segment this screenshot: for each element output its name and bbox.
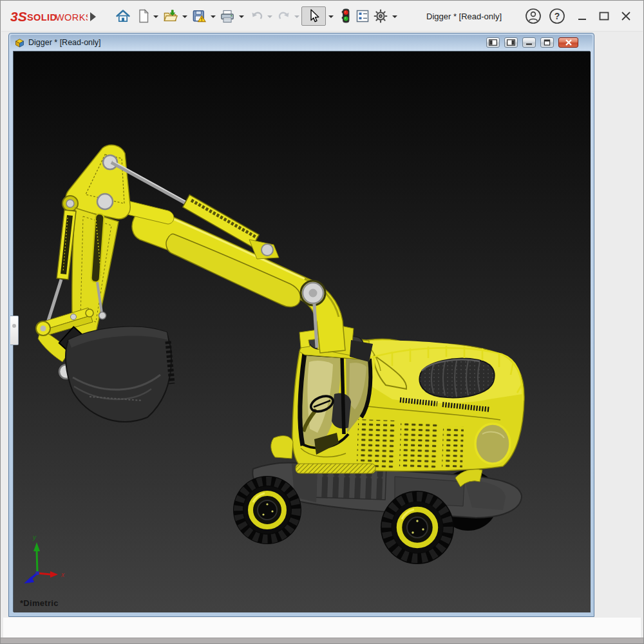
gear-icon bbox=[373, 8, 388, 24]
graphics-viewport[interactable]: x y *Dimetric bbox=[13, 51, 590, 612]
toolbar-flyout-arrow-icon[interactable] bbox=[90, 12, 96, 21]
excavator-model[interactable]: x y bbox=[14, 52, 591, 612]
select-tool-button[interactable] bbox=[301, 6, 326, 26]
maximize-button[interactable] bbox=[595, 8, 613, 24]
save-button[interactable] bbox=[191, 8, 207, 24]
select-cursor-icon bbox=[306, 8, 321, 24]
options-form-button[interactable] bbox=[354, 8, 371, 24]
doc-minimize-button[interactable] bbox=[522, 37, 536, 48]
document-titlebar[interactable]: Digger * [Read-only] bbox=[10, 35, 592, 50]
solidworks-logo[interactable]: 3S SOLID WORKS bbox=[10, 7, 88, 26]
home-button[interactable] bbox=[115, 8, 131, 24]
rebuild-button[interactable] bbox=[337, 8, 354, 24]
print-button[interactable] bbox=[219, 8, 236, 24]
pane-left-button[interactable] bbox=[486, 37, 500, 48]
document-window: Digger * [Read-only] bbox=[8, 33, 594, 617]
options-form-icon bbox=[355, 8, 370, 24]
side-step bbox=[296, 464, 375, 473]
part-document-icon bbox=[14, 37, 25, 48]
view-orientation-label: *Dimetric bbox=[20, 598, 59, 608]
statusbar-area bbox=[3, 618, 641, 638]
svg-text:?: ? bbox=[554, 11, 560, 21]
minimize-icon bbox=[577, 11, 587, 21]
traffic-light-icon bbox=[338, 8, 354, 24]
redo-button[interactable] bbox=[276, 8, 292, 24]
window-title: Digger * [Read-only] bbox=[426, 12, 502, 21]
doc-close-button[interactable] bbox=[558, 37, 578, 48]
logo-works-text: WORKS bbox=[55, 12, 88, 23]
redo-icon bbox=[276, 8, 292, 24]
new-document-button[interactable] bbox=[135, 8, 152, 24]
open-icon bbox=[163, 8, 178, 24]
close-icon bbox=[620, 10, 632, 22]
select-tool-dropdown[interactable] bbox=[328, 15, 334, 19]
triad-y-label: y bbox=[32, 534, 37, 541]
pane-left-icon bbox=[489, 39, 497, 46]
rear-quarter-window bbox=[475, 424, 510, 464]
doc-minimize-icon bbox=[525, 39, 533, 46]
wheel-front-left bbox=[233, 476, 301, 544]
minimize-button[interactable] bbox=[573, 8, 591, 24]
account-button[interactable] bbox=[524, 8, 542, 24]
front-fender bbox=[271, 436, 293, 459]
save-icon bbox=[191, 8, 207, 24]
logo-solid-text: SOLID bbox=[27, 12, 57, 23]
account-icon bbox=[525, 8, 542, 24]
logo-3s-glyph: 3S bbox=[10, 9, 27, 24]
solidworks-application-window: 3S SOLID WORKS bbox=[0, 0, 644, 644]
print-dropdown[interactable] bbox=[238, 15, 245, 19]
home-icon bbox=[115, 8, 131, 24]
doc-close-icon bbox=[565, 39, 573, 46]
undo-button[interactable] bbox=[249, 8, 265, 24]
triad-x-label: x bbox=[61, 571, 65, 578]
doc-restore-button[interactable] bbox=[540, 37, 554, 48]
engine-cover bbox=[419, 359, 494, 398]
settings-button[interactable] bbox=[372, 8, 389, 24]
new-document-icon bbox=[136, 8, 151, 24]
save-dropdown[interactable] bbox=[210, 15, 216, 19]
maximize-icon bbox=[598, 11, 610, 21]
undo-dropdown[interactable] bbox=[267, 15, 273, 19]
open-dropdown[interactable] bbox=[182, 15, 188, 19]
help-button[interactable]: ? bbox=[548, 8, 566, 24]
settings-dropdown[interactable] bbox=[392, 15, 398, 19]
collapse-tab-dot bbox=[12, 324, 16, 328]
main-toolbar: 3S SOLID WORKS bbox=[1, 1, 643, 32]
pane-right-icon bbox=[507, 39, 515, 46]
new-document-dropdown[interactable] bbox=[153, 15, 159, 19]
doc-restore-icon bbox=[543, 39, 551, 46]
wheel-rear-left bbox=[381, 491, 454, 564]
redo-dropdown[interactable] bbox=[294, 15, 300, 19]
feature-pane-collapse-tab[interactable] bbox=[10, 316, 19, 345]
open-button[interactable] bbox=[162, 8, 179, 24]
window-bottom-frame bbox=[1, 638, 643, 644]
undo-icon bbox=[249, 8, 265, 24]
document-title: Digger * [Read-only] bbox=[28, 38, 101, 47]
pane-right-button[interactable] bbox=[504, 37, 518, 48]
close-button[interactable] bbox=[617, 8, 635, 24]
help-icon: ? bbox=[549, 8, 565, 24]
print-icon bbox=[220, 8, 235, 24]
